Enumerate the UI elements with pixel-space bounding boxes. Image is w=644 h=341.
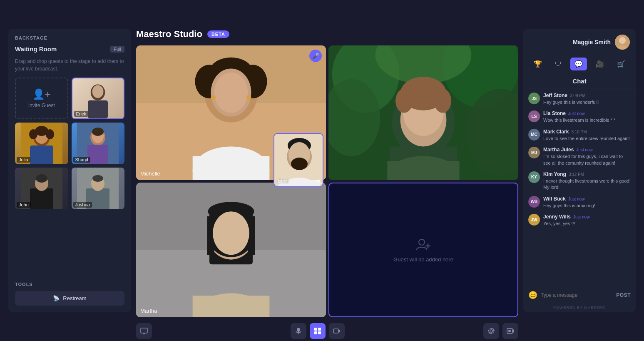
svg-point-32 [214,73,248,113]
studio-header: Maestro Studio BETA [136,29,518,41]
svg-rect-31 [193,156,270,180]
dragging-erick-label: Erick [278,178,289,184]
msg-time-will: Just now [568,197,584,201]
guest-card-joshua[interactable]: Joshua [72,168,125,209]
svg-point-14 [92,128,104,136]
studio-main: Maestro Studio BETA [136,29,518,312]
svg-point-68 [291,158,308,170]
tools-section: TOOLS 📡 Restream [15,282,124,306]
mic-icon [295,327,302,335]
msg-text-martha: I'm so stoked for this guys, i can wait … [543,153,631,166]
msg-time-martha: Just now [576,148,592,152]
camera-button[interactable] [329,323,345,339]
post-button[interactable]: POST [616,292,631,298]
mic-button[interactable] [291,323,306,339]
svg-point-18 [36,174,47,183]
video-cell-guest-slot[interactable]: Guest will be added here [328,183,518,317]
grid-icon [314,327,321,335]
chat-message-mark: MC Mark Clark 3:10 PM Love to see the en… [528,129,631,142]
svg-point-33 [211,95,216,100]
svg-rect-79 [318,331,321,334]
emoji-button[interactable]: 😊 [528,291,537,300]
record-button[interactable] [502,323,518,339]
tab-cart[interactable]: 🛒 [613,58,629,70]
svg-point-58 [213,211,249,255]
chat-message-jenny: JW Jenny Wills Just now Yes, yes, yes !!… [528,214,631,227]
guest-slot-text: Guest will be added here [393,256,453,263]
restream-button[interactable]: 📡 Restream [15,291,124,306]
svg-rect-12 [87,145,108,164]
add-person-icon: 👤+ [32,88,51,100]
svg-point-47 [434,89,451,113]
screen-share-icon [140,327,148,335]
msg-name-jenny: Jenny Wills [543,214,571,220]
guest-card-john[interactable]: John [15,168,68,209]
msg-time-jenny: Just now [573,215,589,219]
tab-trophy[interactable]: 🏆 [530,58,546,70]
nav-tabs: 🏆 🛡 💬 🎥 🛒 [523,54,636,74]
svg-point-34 [246,95,251,100]
svg-point-87 [619,37,626,44]
msg-name-lia: Lia Stone [543,110,566,116]
svg-rect-5 [30,145,53,164]
svg-point-2 [92,85,104,98]
svg-rect-1 [88,100,108,118]
add-person-icon [416,237,431,252]
screen-share-button[interactable] [136,323,152,339]
msg-text-kim: I never thought livestreams were this go… [543,178,631,191]
svg-rect-78 [314,331,317,334]
guest-name-julia: Julia [17,157,30,163]
svg-point-9 [35,126,48,136]
guest-card-erick[interactable]: Erick [72,78,125,119]
chat-header: Maggie Smith [523,29,636,54]
user-avatar [615,35,630,50]
msg-text-jeff: Hey guys this is wonderfull! [543,99,631,105]
chat-message-martha: MJ Martha Jules Just now I'm so stoked f… [528,147,631,166]
chat-message-lia: LS Lia Stone Just now Wow this livestrea… [528,110,631,123]
msg-text-lia: Wow this livestream is incredible *.* [543,117,631,123]
svg-rect-74 [297,328,300,332]
chat-input[interactable] [541,292,613,298]
full-badge: Full [110,46,124,53]
svg-rect-80 [333,329,338,333]
tab-shield[interactable]: 🛡 [551,58,566,70]
guest-card-sharyl[interactable]: Sharyl [72,123,125,164]
svg-rect-49 [387,161,459,180]
tab-video[interactable]: 🎥 [592,58,608,70]
msg-name-kim: Kim Yong [543,171,566,177]
guest-name-erick: Erick [74,111,88,117]
video-grid: Michelle 🎤 [136,45,518,317]
msg-text-will: Hey guys this is amazing! [543,203,631,209]
powered-by: POWERED BY MAESTRO [523,303,636,312]
message-content-jeff: Jeff Stone 3:09 PM Hey guys this is wond… [543,93,631,105]
record-icon [507,327,514,335]
camera-icon [333,327,341,335]
settings-button[interactable] [483,323,499,339]
guest-name-john: John [17,202,31,208]
svg-rect-71 [141,328,147,333]
restream-label: Restream [63,295,86,301]
svg-rect-16 [30,188,53,209]
backstage-panel: BACKSTAGE Waiting Room Full Drag and dro… [8,29,131,312]
msg-time-mark: 3:10 PM [571,130,587,134]
toolbar-right [483,323,518,339]
tab-chat[interactable]: 💬 [570,58,587,70]
settings-icon [487,327,495,335]
waiting-room-description: Drag and drop guests to the stage to add… [15,58,124,73]
invite-guest-card[interactable]: 👤+ Invite Guest [15,78,68,119]
message-content-martha: Martha Jules Just now I'm so stoked for … [543,147,631,166]
restream-icon: 📡 [53,295,60,301]
video-cell-martha: Martha [136,183,326,317]
chat-message-jeff: JS Jeff Stone 3:09 PM Hey guys this is w… [528,93,631,105]
svg-point-82 [490,330,492,332]
svg-rect-76 [314,328,317,331]
cursor-icon: ↖ [316,177,323,186]
waiting-room-label: Waiting Room [15,45,57,53]
msg-name-jeff: Jeff Stone [543,93,567,98]
msg-name-will: Will Buck [543,196,566,202]
chat-message-will: WB Will Buck Just now Hey guys this is a… [528,196,631,209]
grid-button[interactable] [310,323,326,339]
dragging-erick-card[interactable]: Erick ↖ [274,133,323,187]
mic-mute-button-michelle[interactable]: 🎤 [309,50,322,62]
guest-card-julia[interactable]: Julia [15,123,68,164]
